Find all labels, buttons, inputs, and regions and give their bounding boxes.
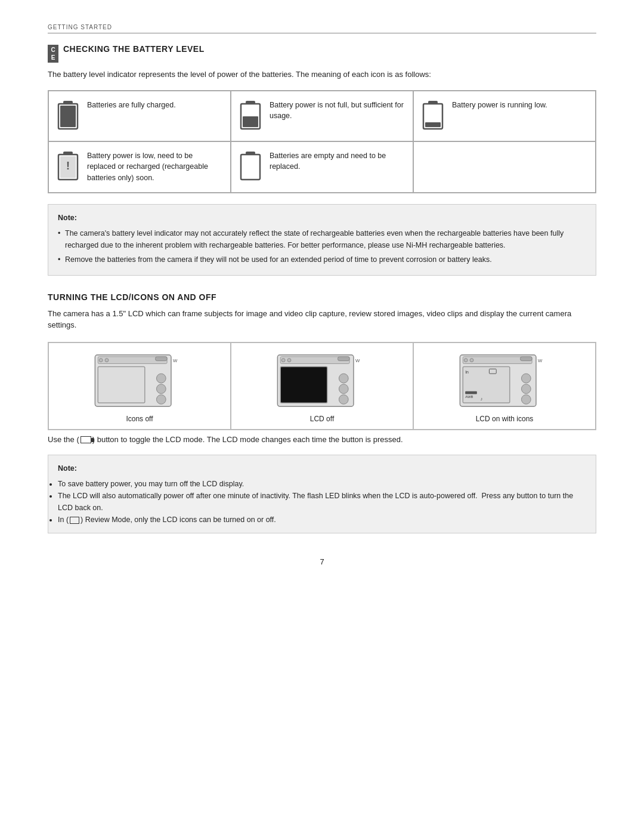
- battery-cell-half: Battery power is not full, but sufficien…: [231, 91, 413, 141]
- battery-label-verylow: Battery power is low, need to be replace…: [87, 150, 223, 184]
- svg-point-47: [521, 394, 531, 404]
- svg-text:W: W: [173, 357, 178, 363]
- note2-item-1: To save battery power, you may turn off …: [58, 478, 586, 490]
- svg-text:!: !: [66, 160, 70, 172]
- battery-level-grid: Batteries are fully charged. Battery pow…: [48, 90, 596, 193]
- battery-icon-low: [421, 100, 445, 132]
- note1-list: The camera's battery level indicator may…: [58, 227, 586, 266]
- svg-point-21: [156, 384, 166, 394]
- svg-rect-43: [465, 391, 477, 394]
- battery-cell-empty: Batteries are empty and need to be repla…: [231, 141, 413, 193]
- review-mode-icon: [70, 517, 79, 524]
- svg-point-27: [281, 358, 285, 362]
- camera-drawing-lcd-off: W: [274, 349, 370, 415]
- svg-text:W: W: [355, 357, 360, 363]
- svg-point-20: [156, 374, 166, 383]
- lcd-caption-icons-off: Icons off: [126, 415, 153, 423]
- svg-point-17: [99, 358, 103, 362]
- svg-rect-8: [425, 122, 441, 127]
- lcd-cell-icons-off: W Icons off: [48, 342, 231, 430]
- battery-cell-blank: [413, 141, 596, 193]
- camera-drawing-lcd-on-icons: In AWB J W: [457, 349, 552, 415]
- note2-item-2: The LCD will also automatically power of…: [58, 490, 586, 514]
- svg-text:AWB: AWB: [465, 395, 473, 399]
- note2-title: Note:: [58, 462, 586, 474]
- svg-rect-33: [338, 357, 349, 361]
- lcd-mode-grid: W Icons off W LCD off: [48, 342, 596, 430]
- svg-rect-5: [243, 116, 258, 127]
- svg-rect-29: [280, 366, 327, 403]
- svg-point-31: [339, 384, 348, 394]
- svg-point-38: [470, 358, 473, 362]
- note1-item-2: Remove the batteries from the camera if …: [58, 254, 586, 266]
- header-text: GETTING STARTED: [48, 24, 112, 30]
- note2-list: To save battery power, you may turn off …: [58, 478, 586, 526]
- battery-icon-half: [239, 100, 262, 132]
- svg-rect-23: [155, 357, 167, 361]
- svg-point-32: [339, 394, 348, 404]
- camera-drawing-icons-off: W: [92, 349, 187, 415]
- note2-item-3: In () Review Mode, only the LCD icons ca…: [58, 514, 586, 526]
- battery-icon-full: [56, 100, 80, 132]
- lcd-section-title: TURNING THE LCD/ICONS ON AND OFF: [48, 292, 596, 302]
- page-header: GETTING STARTED: [48, 24, 596, 33]
- page-number: 7: [48, 557, 596, 566]
- svg-text:W: W: [538, 357, 543, 363]
- battery-section-header: C E CHECKING THE BATTERY LEVEL: [48, 44, 596, 63]
- lcd-cell-lcd-off: W LCD off: [231, 342, 413, 430]
- toggle-note: Use the () button to toggle the LCD mode…: [48, 434, 596, 446]
- svg-rect-19: [98, 366, 145, 403]
- battery-label-empty: Batteries are empty and need to be repla…: [270, 150, 405, 173]
- svg-point-18: [105, 358, 109, 362]
- battery-icon-verylow: !: [56, 150, 80, 183]
- note-box-1: Note: The camera's battery level indicat…: [48, 204, 596, 276]
- section-marker: C E: [48, 45, 58, 63]
- svg-point-46: [521, 384, 531, 394]
- svg-rect-48: [520, 357, 532, 361]
- svg-point-22: [156, 394, 166, 404]
- battery-cell-full: Batteries are fully charged.: [48, 91, 231, 141]
- svg-text:In: In: [465, 370, 469, 374]
- svg-rect-14: [241, 155, 260, 180]
- note1-title: Note:: [58, 212, 586, 224]
- note1-item-1: The camera's battery level indicator may…: [58, 227, 586, 251]
- svg-point-30: [339, 374, 348, 383]
- svg-point-45: [521, 374, 531, 383]
- lcd-cell-lcd-on-icons: In AWB J W LCD on with icons: [413, 342, 596, 430]
- lcd-toggle-icon: [80, 436, 91, 443]
- battery-label-full: Batteries are fully charged.: [87, 100, 176, 111]
- battery-icon-empty: [239, 150, 262, 183]
- note-box-2: Note: To save battery power, you may tur…: [48, 455, 596, 533]
- svg-rect-2: [60, 106, 76, 127]
- svg-text:J: J: [481, 397, 482, 401]
- battery-section-title: CHECKING THE BATTERY LEVEL: [63, 44, 205, 54]
- battery-label-half: Battery power is not full, but sufficien…: [270, 100, 405, 122]
- lcd-caption-lcd-on-icons: LCD on with icons: [476, 415, 534, 423]
- svg-point-28: [287, 358, 291, 362]
- battery-cell-low: Battery power is running low.: [413, 91, 596, 141]
- battery-intro: The battery level indicator represents t…: [48, 69, 596, 81]
- lcd-caption-lcd-off: LCD off: [310, 415, 334, 423]
- battery-label-low: Battery power is running low.: [452, 100, 547, 111]
- svg-point-37: [464, 358, 467, 362]
- battery-cell-verylow: ! Battery power is low, need to be repla…: [48, 141, 231, 193]
- lcd-section-desc: The camera has a 1.5" LCD which can fram…: [48, 308, 596, 331]
